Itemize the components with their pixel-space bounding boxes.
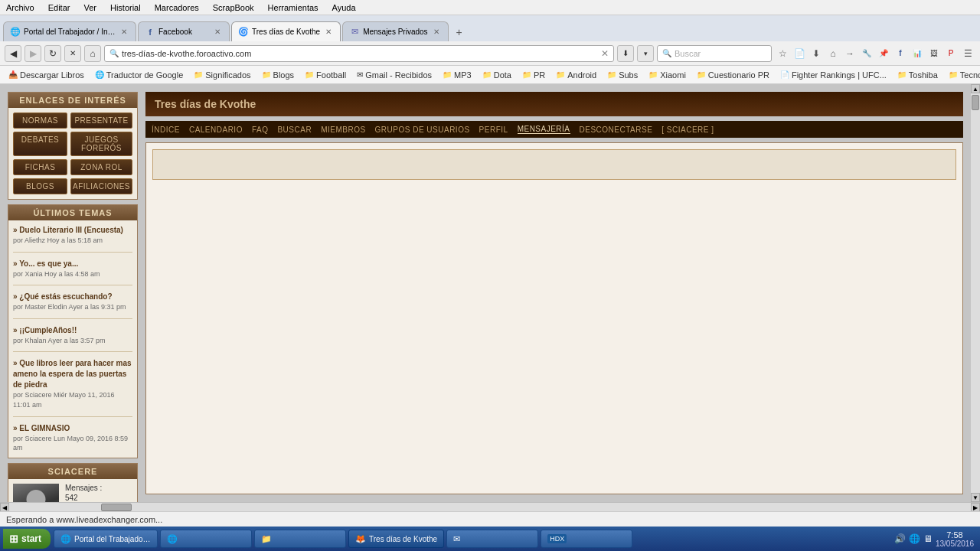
nav-faq[interactable]: FAQ xyxy=(252,126,269,134)
bookmark-star-icon[interactable]: ☆ xyxy=(775,46,790,61)
btn-afiliaciones[interactable]: AFILIACIONES xyxy=(70,178,132,194)
post-2: » ¿Qué estás escuchando? por Master Elod… xyxy=(13,292,132,312)
btn-fichas[interactable]: FICHAS xyxy=(13,159,67,175)
scroll-thumb[interactable] xyxy=(972,95,979,110)
home-button[interactable]: ⌂ xyxy=(84,45,101,62)
nav-desconectarse[interactable]: DESCONECTARSE xyxy=(580,126,653,134)
message-compose-area[interactable] xyxy=(152,149,956,180)
bottom-scroll-left[interactable]: ◀ xyxy=(0,503,9,512)
tab-mensajes[interactable]: ✉ Mensajes Privados ✕ xyxy=(342,21,448,41)
post-2-title[interactable]: » ¿Qué estás escuchando? xyxy=(13,292,132,302)
bookmark-dota[interactable]: 📁 Dota xyxy=(479,70,515,80)
bookmark-blogs[interactable]: 📁 Blogs xyxy=(258,70,299,80)
home-nav-icon[interactable]: ⌂ xyxy=(825,46,841,61)
refresh-button[interactable]: ↻ xyxy=(44,45,61,62)
bookmark-toshiba[interactable]: 📁 Toshiba xyxy=(893,70,942,80)
menu-historial[interactable]: Historial xyxy=(107,2,144,14)
menu-ayuda[interactable]: Ayuda xyxy=(329,2,359,14)
tab-facebook[interactable]: f Facebook ✕ xyxy=(138,21,230,41)
synced-tabs-icon[interactable]: ⬇ xyxy=(808,46,824,61)
post-4-title[interactable]: » Que libros leer para hacer mas ameno l… xyxy=(13,358,132,390)
nav-mensajeria[interactable]: MENSAJERÍA xyxy=(518,125,570,134)
taskbar-item-explorer[interactable]: 📁 xyxy=(254,530,346,548)
nav-miembros[interactable]: MIEMBROS xyxy=(321,126,365,134)
divider-2 xyxy=(13,318,132,319)
bookmark-descargar[interactable]: 📥 Descargar Libros xyxy=(5,70,88,80)
bookmark-cuestionario[interactable]: 📁 Cuestionario PR xyxy=(693,70,773,80)
menu-editar[interactable]: Editar xyxy=(45,2,74,14)
bookmark-pr[interactable]: 📁 PR xyxy=(518,70,549,80)
extension6-icon[interactable]: P xyxy=(943,46,959,61)
btn-presentate[interactable]: PRESENTATE xyxy=(70,112,132,129)
downloads-button[interactable]: ⬇ xyxy=(617,45,634,62)
menu-scrapbook[interactable]: ScrapBook xyxy=(210,2,257,14)
more-tools-icon[interactable]: ☰ xyxy=(960,46,975,61)
nav-sciacere[interactable]: [ SCIACERE ] xyxy=(662,126,714,134)
page-right-scrollbar[interactable]: ▲ ▼ xyxy=(971,84,980,502)
post-1-title[interactable]: » Yo... es que ya... xyxy=(13,259,132,269)
bookmark-football[interactable]: 📁 Football xyxy=(301,70,350,80)
bookmark-subs[interactable]: 📁 Subs xyxy=(603,70,642,80)
menu-archivo[interactable]: Archivo xyxy=(3,2,38,14)
bookmark-gmail[interactable]: ✉ Gmail - Recibidos xyxy=(353,70,436,80)
bookmark-tecnologia[interactable]: 📁 Tecnología xyxy=(945,70,980,80)
menu-herramientas[interactable]: Herramientas xyxy=(265,2,322,14)
bookmark-fighter[interactable]: 📄 Fighter Rankings | UFC... xyxy=(776,70,890,80)
reader-mode-icon[interactable]: 📄 xyxy=(792,46,807,61)
taskbar-item-hdx[interactable]: HDX xyxy=(541,530,632,548)
extension2-icon[interactable]: 📌 xyxy=(876,46,891,61)
extension3-icon[interactable]: f xyxy=(893,46,908,61)
extension1-icon[interactable]: 🔧 xyxy=(859,46,874,61)
tab-facebook-close[interactable]: ✕ xyxy=(212,27,223,37)
bookmark-traductor[interactable]: 🌐 Traductor de Google xyxy=(91,70,187,80)
nav-indice[interactable]: ÍNDICE xyxy=(152,126,180,134)
tab-kvothe-close[interactable]: ✕ xyxy=(323,27,334,37)
tab-portal-close[interactable]: ✕ xyxy=(119,27,129,37)
nav-calendario[interactable]: CALENDARIO xyxy=(189,126,243,134)
nav-bar: ◀ ▶ ↻ ✕ ⌂ 🔍 tres-días-de-kvothe.foroacti… xyxy=(0,41,980,66)
post-5-title[interactable]: » EL GIMNASIO xyxy=(13,423,132,434)
btn-blogs[interactable]: BLOGS xyxy=(13,178,67,194)
stop-button[interactable]: ✕ xyxy=(64,45,81,62)
post-0-title[interactable]: » Duelo Literario III (Encuesta) xyxy=(13,225,132,236)
post-3-title[interactable]: » ¡¡CumpleAños!! xyxy=(13,325,132,336)
bottom-scroll-thumb[interactable] xyxy=(101,504,132,511)
tab-kvothe-label: Tres días de Kvothe xyxy=(252,28,320,36)
bookmark-mp3[interactable]: 📁 MP3 xyxy=(439,70,475,80)
nav-perfil[interactable]: PERFIL xyxy=(479,126,508,134)
taskbar-item-email[interactable]: ✉ xyxy=(446,530,538,548)
address-clear-button[interactable]: ✕ xyxy=(601,48,609,59)
menu-marcadores[interactable]: Marcadores xyxy=(152,2,202,14)
scroll-up-button[interactable]: ▲ xyxy=(971,84,980,93)
taskbar-item-portal[interactable]: 🌐 Portal del Trabajador / Inicio xyxy=(54,530,158,548)
btn-juegos[interactable]: JUEGOS FORERÓS xyxy=(70,132,132,156)
address-bar[interactable]: 🔍 tres-días-de-kvothe.foroactivo.com ✕ xyxy=(104,45,614,62)
bottom-scroll-right[interactable]: ▶ xyxy=(971,503,980,512)
extension5-icon[interactable]: 🖼 xyxy=(926,46,942,61)
nav-grupos[interactable]: GRUPOS DE USUARIOS xyxy=(375,126,470,134)
downloads-more-button[interactable]: ▾ xyxy=(637,45,654,62)
tab-mensajes-close[interactable]: ✕ xyxy=(431,27,442,37)
extension4-icon[interactable]: 📊 xyxy=(910,46,925,61)
bookmark-significados[interactable]: 📁 Significados xyxy=(190,70,254,80)
taskbar-item-firefox[interactable]: 🦊 Tres días de Kvothe xyxy=(348,530,444,548)
btn-zonarol[interactable]: ZONA ROL xyxy=(70,159,132,175)
btn-normas[interactable]: NORMAS xyxy=(13,112,67,129)
forward-button[interactable]: ▶ xyxy=(24,45,41,62)
scroll-down-button[interactable]: ▼ xyxy=(971,493,980,502)
bookmark-xiaomi[interactable]: 📁 Xiaomi xyxy=(645,70,690,80)
nav-buscar[interactable]: BUSCAR xyxy=(277,126,312,134)
bottom-scrollbar[interactable]: ◀ ▶ xyxy=(0,502,980,511)
start-button[interactable]: ⊞ start xyxy=(3,529,51,549)
taskbar-item-ie[interactable]: 🌐 xyxy=(160,530,252,548)
bottom-scroll-track xyxy=(9,504,971,511)
search-bar[interactable]: 🔍 Buscar xyxy=(657,45,772,62)
tab-portal[interactable]: 🌐 Portal del Trabajador / Inicio ✕ xyxy=(3,21,136,41)
back-button[interactable]: ◀ xyxy=(5,45,21,62)
bookmark-android[interactable]: 📁 Android xyxy=(552,70,600,80)
new-tab-button[interactable]: + xyxy=(450,23,469,41)
menu-ver[interactable]: Ver xyxy=(80,2,100,14)
btn-debates[interactable]: DEBATES xyxy=(13,132,67,156)
email-icon[interactable]: → xyxy=(842,46,858,61)
tab-kvothe[interactable]: 🌀 Tres días de Kvothe ✕ xyxy=(231,21,341,41)
